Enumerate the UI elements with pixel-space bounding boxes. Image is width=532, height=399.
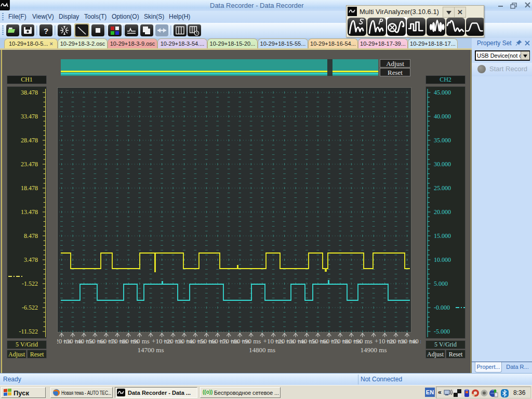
svg-text:13.478: 13.478: [21, 208, 38, 216]
svg-text:20.000: 20.000: [434, 208, 451, 216]
svg-text:14700 ms: 14700 ms: [138, 346, 164, 354]
svg-text:+90 ms: +90 ms: [352, 337, 373, 345]
svg-text:30.000: 30.000: [434, 161, 451, 168]
svg-text:45.000: 45.000: [434, 89, 451, 96]
svg-text:23.478: 23.478: [21, 161, 38, 168]
svg-text:?: ?: [44, 26, 48, 35]
svg-text:38.478: 38.478: [21, 89, 38, 96]
svg-text:-6.522: -6.522: [22, 304, 38, 311]
svg-text:-5.000: -5.000: [434, 328, 450, 335]
svg-text:8.478: 8.478: [24, 232, 38, 240]
svg-text:5.000: 5.000: [434, 280, 448, 287]
svg-text:3.478: 3.478: [24, 256, 38, 263]
svg-text:33.478: 33.478: [21, 113, 38, 120]
svg-text:-1.522: -1.522: [22, 280, 38, 287]
svg-text:10.000: 10.000: [434, 256, 451, 263]
svg-text:18.478: 18.478: [21, 184, 38, 192]
svg-text:40.000: 40.000: [434, 113, 451, 120]
svg-text:+90 ms: +90 ms: [241, 337, 261, 345]
svg-text:+40 ms: +40 ms: [408, 337, 421, 345]
svg-text:14900 ms: 14900 ms: [361, 346, 387, 354]
svg-text:-0.000: -0.000: [434, 304, 450, 311]
svg-text:+90 ms: +90 ms: [129, 337, 150, 345]
svg-text:28.478: 28.478: [21, 137, 38, 144]
svg-text:14800 ms: 14800 ms: [249, 346, 275, 354]
svg-text:25.000: 25.000: [434, 184, 451, 192]
svg-text:15.000: 15.000: [434, 232, 451, 240]
svg-text:35.000: 35.000: [434, 137, 451, 144]
svg-text:-11.522: -11.522: [19, 328, 38, 335]
